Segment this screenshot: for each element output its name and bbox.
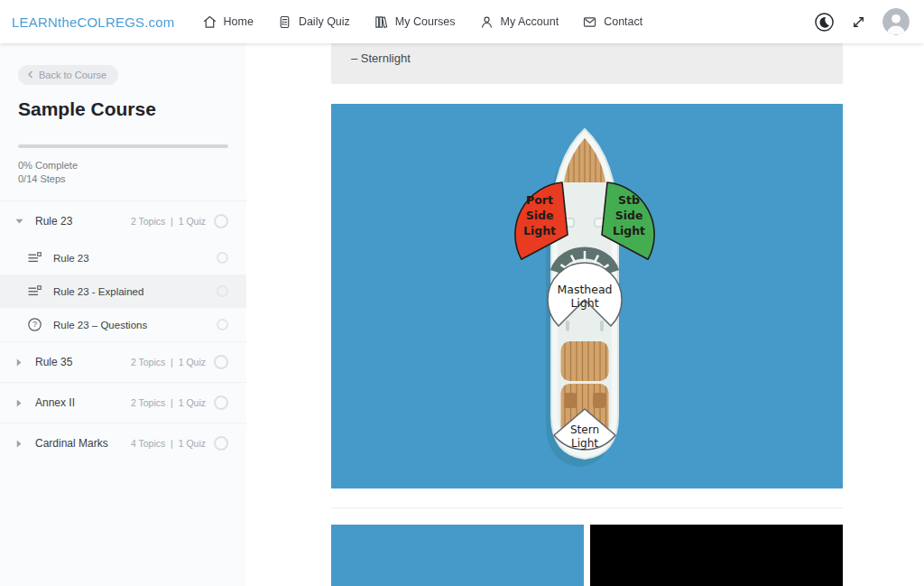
completion-ring	[217, 285, 228, 297]
nav-item-label: Home	[224, 15, 254, 28]
section-header-cardinal-marks[interactable]: Cardinal Marks 4 Topics | 1 Quiz	[0, 423, 246, 463]
caret-right-icon	[14, 440, 23, 448]
nav-item-label: Contact	[604, 15, 642, 28]
lesson-icon	[28, 252, 42, 264]
daily-quiz-icon	[277, 14, 292, 30]
masthead-light-label: Masthead	[557, 283, 612, 296]
nav-item-home[interactable]: Home	[202, 14, 254, 30]
section-meta: 4 Topics | 1 Quiz	[131, 438, 206, 449]
completion-ring	[214, 395, 228, 410]
section-meta: 2 Topics | 1 Quiz	[131, 397, 206, 408]
media-placeholder-black[interactable]	[590, 525, 843, 586]
section-header-rule-35[interactable]: Rule 35 2 Topics | 1 Quiz	[0, 342, 246, 382]
section-label: Rule 35	[35, 356, 72, 368]
top-navbar: LEARNtheCOLREGS.com Home Daily Quiz	[0, 0, 924, 43]
port-sidelight-label: Light	[523, 224, 556, 237]
nav-item-label: My Account	[501, 15, 559, 28]
deck-cleat	[566, 321, 569, 331]
navbar-actions	[814, 8, 910, 35]
course-section: Rule 35 2 Topics | 1 Quiz	[0, 341, 246, 382]
course-section: Cardinal Marks 4 Topics | 1 Quiz	[0, 423, 246, 463]
section-label: Annex II	[35, 396, 75, 409]
completion-ring	[217, 252, 228, 264]
nav-item-contact[interactable]: Contact	[582, 14, 642, 30]
lesson-text-block: – Sternlight	[331, 43, 843, 84]
progress-bar	[18, 144, 228, 148]
lesson-content-area: – Sternlight	[246, 43, 924, 586]
progress-steps-label: 0/14 Steps	[18, 173, 246, 184]
back-to-course-button[interactable]: Back to Course	[18, 65, 118, 85]
caret-right-icon	[14, 399, 23, 407]
main-nav: Home Daily Quiz My Courses	[202, 14, 643, 30]
section-label: Rule 23	[35, 215, 72, 228]
lesson-item-rule-23[interactable]: Rule 23	[0, 241, 246, 274]
lesson-icon	[28, 285, 42, 297]
media-row	[331, 525, 843, 586]
section-header-rule-23[interactable]: Rule 23 2 Topics | 1 Quiz	[0, 201, 246, 241]
user-avatar[interactable]	[882, 8, 910, 35]
nav-item-daily-quiz[interactable]: Daily Quiz	[277, 14, 350, 30]
home-icon	[202, 14, 217, 30]
caret-right-icon	[14, 358, 23, 367]
completion-ring	[217, 319, 228, 330]
nav-item-my-courses[interactable]: My Courses	[374, 14, 456, 30]
completion-ring	[214, 436, 228, 451]
course-outline: Rule 23 2 Topics | 1 Quiz Rule 23	[0, 200, 246, 463]
contact-icon	[582, 14, 597, 30]
course-sidebar: Back to Course Sample Course 0% Complete…	[0, 43, 246, 586]
nav-item-label: Daily Quiz	[299, 15, 350, 28]
nav-item-label: My Courses	[395, 15, 456, 28]
section-meta: 2 Topics | 1 Quiz	[131, 216, 206, 227]
section-meta: 2 Topics | 1 Quiz	[131, 357, 206, 367]
progress-percent-label: 0% Complete	[18, 160, 246, 171]
section-header-annex-ii[interactable]: Annex II 2 Topics | 1 Quiz	[0, 383, 246, 423]
content-divider	[331, 507, 843, 508]
quiz-label: Rule 23 – Questions	[53, 320, 208, 330]
lesson-item-rule-23-explained[interactable]: Rule 23 - Explained	[0, 274, 246, 308]
svg-text:?: ?	[32, 320, 37, 329]
stern-light-label: Stern	[570, 423, 599, 436]
caret-down-icon	[14, 219, 23, 224]
deck-cleat	[600, 321, 604, 331]
port-sidelight-label: Port	[526, 193, 553, 207]
media-placeholder-blue[interactable]	[331, 525, 584, 586]
course-section: Annex II 2 Topics | 1 Quiz	[0, 382, 246, 423]
masthead-light-label: Light	[570, 296, 598, 310]
quiz-item-rule-23-questions[interactable]: ? Rule 23 – Questions	[0, 308, 246, 341]
nav-item-my-account[interactable]: My Account	[479, 14, 559, 30]
stern-light-label: Light	[571, 437, 598, 450]
course-title: Sample Course	[18, 98, 246, 120]
dark-mode-toggle-icon[interactable]	[814, 12, 835, 33]
section-label: Cardinal Marks	[35, 437, 108, 450]
navigation-lights-diagram: Masthead Light	[331, 104, 843, 488]
starboard-sidelight-label: Light	[613, 224, 645, 237]
port-sidelight-label: Side	[526, 209, 554, 222]
my-courses-icon	[374, 14, 389, 30]
lesson-text: – Sternlight	[351, 51, 411, 65]
site-logo[interactable]: LEARNtheCOLREGS.com	[12, 14, 175, 30]
completion-ring	[214, 355, 228, 369]
course-section: Rule 23 2 Topics | 1 Quiz Rule 23	[0, 200, 246, 341]
starboard-sidelight-label: Side	[615, 209, 643, 222]
chevron-left-icon	[27, 70, 33, 80]
completion-ring	[214, 214, 228, 228]
question-icon: ?	[28, 318, 42, 331]
aft-wood-deck	[559, 340, 611, 383]
back-button-label: Back to Course	[39, 70, 106, 80]
fullscreen-icon[interactable]	[850, 14, 867, 31]
my-account-icon	[479, 14, 494, 30]
lesson-label: Rule 23 - Explained	[53, 286, 208, 297]
starboard-sidelight-label: Stb	[618, 193, 640, 207]
lesson-label: Rule 23	[53, 253, 208, 264]
